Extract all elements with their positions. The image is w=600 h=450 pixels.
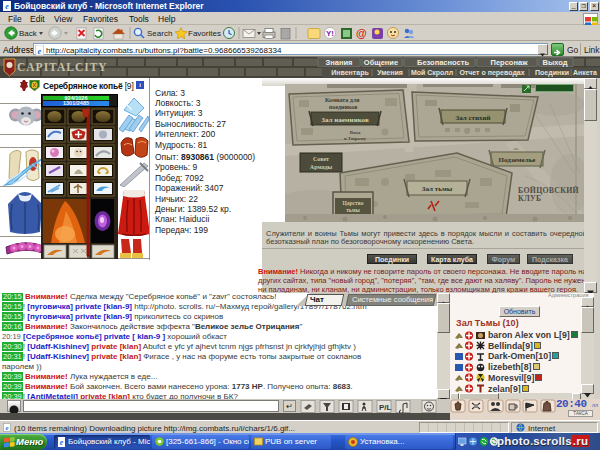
svg-text:Безопасность: Безопасность <box>417 58 469 67</box>
svg-text:P/L: P/L <box>379 403 392 412</box>
svg-text:Инвентарь: Инвентарь <box>331 69 369 77</box>
svg-text:Вход: Вход <box>350 130 361 135</box>
svg-text:тьмы: тьмы <box>346 207 360 213</box>
svg-text:e: e <box>5 424 8 432</box>
svg-text:e: e <box>5 2 9 11</box>
svg-text:поединков: поединков <box>329 104 358 110</box>
svg-text:Персонаж: Персонаж <box>491 58 529 67</box>
svg-text:Умения: Умения <box>377 69 403 76</box>
svg-text:Поединки: Поединки <box>535 69 569 77</box>
svg-text:Мой Скролл: Мой Скролл <box>411 69 453 77</box>
svg-text:Общение: Общение <box>364 58 398 67</box>
svg-text:e: e <box>60 438 64 447</box>
svg-text:Отчет о переводах: Отчет о переводах <box>459 69 524 77</box>
svg-text:CAPITALCITY: CAPITALCITY <box>17 61 108 73</box>
svg-text:Favorites: Favorites <box>188 29 221 38</box>
svg-text:Y!: Y! <box>326 29 334 38</box>
svg-text:Зал стихий: Зал стихий <box>455 114 490 122</box>
svg-text:Анкета: Анкета <box>573 69 597 76</box>
svg-text:Подземелье: Подземелье <box>499 156 536 164</box>
svg-text:Search: Search <box>147 29 172 38</box>
svg-text:Совет: Совет <box>313 156 329 162</box>
svg-text:e: e <box>38 45 42 55</box>
svg-text:Зал тьмы: Зал тьмы <box>422 185 453 193</box>
svg-text:Царство: Царство <box>343 200 364 206</box>
svg-text:Зал наемников: Зал наемников <box>321 116 369 124</box>
svg-text:в Тюрьму: в Тюрьму <box>344 136 367 141</box>
svg-text:@: @ <box>356 27 367 39</box>
svg-text:Back: Back <box>19 29 38 38</box>
svg-text:КЛУБ: КЛУБ <box>518 194 542 203</box>
svg-text:Комната для: Комната для <box>325 97 360 103</box>
svg-text:Выход: Выход <box>542 58 567 67</box>
svg-text:Знания: Знания <box>326 58 353 67</box>
svg-text:Армады: Армады <box>310 164 333 170</box>
